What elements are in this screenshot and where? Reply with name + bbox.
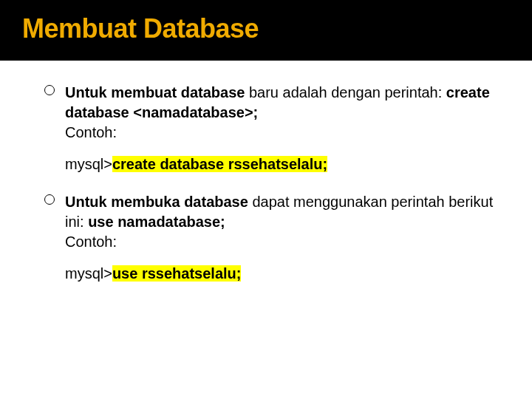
circle-bullet-icon (44, 85, 55, 95)
text-bold: Untuk membuat database (65, 84, 245, 100)
code-line: mysql>use rssehatselalu; (44, 264, 510, 284)
text-bold: use namadatabase; (88, 214, 225, 230)
text: Contoh: (65, 232, 510, 252)
slide-title: Membuat Database (22, 13, 510, 44)
code-line: mysql>create database rssehatselalu; (44, 154, 510, 174)
text: baru adalah dengan perintah: (245, 84, 446, 100)
slide-content: Untuk membuat database baru adalah denga… (0, 61, 532, 284)
text: Contoh: (65, 123, 510, 143)
circle-bullet-icon (44, 194, 55, 205)
prompt-text: mysql> (65, 156, 112, 172)
bullet-item: Untuk membuka database dapat menggunakan… (44, 192, 510, 252)
bullet-item: Untuk membuat database baru adalah denga… (44, 83, 510, 143)
highlighted-command: create database rssehatselalu; (112, 156, 327, 172)
highlighted-command: use rssehatselalu; (112, 265, 242, 282)
prompt-text: mysql> (65, 265, 112, 282)
title-bar: Membuat Database (0, 0, 532, 61)
text-bold: Untuk membuka database (65, 194, 248, 210)
